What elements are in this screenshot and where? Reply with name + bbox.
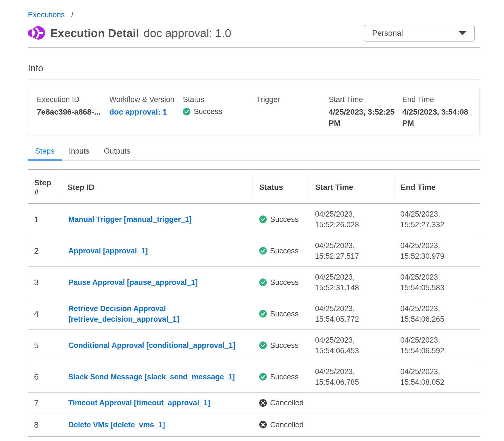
info-field-end-time: End Time 4/25/2023, 3:54:08 PM <box>402 95 471 135</box>
page: Executions / Execution Detaildoc approva… <box>28 0 480 437</box>
info-divider <box>28 79 480 79</box>
steps-table-header: Step # Step ID Status Start Time End Tim… <box>28 170 480 204</box>
cell-step-num: 7 <box>28 398 61 408</box>
cell-status: Success <box>253 309 309 319</box>
table-row: 5 Conditional Approval [conditional_appr… <box>28 330 480 361</box>
col-header-status: Status <box>253 170 309 203</box>
success-icon <box>259 247 267 255</box>
cell-start-time: 04/25/2023, 15:52:31.148 <box>309 272 394 293</box>
success-icon <box>259 341 267 349</box>
cell-status: Cancelled <box>253 398 309 408</box>
cell-step-id: Slack Send Message [slack_send_message_1… <box>61 372 253 382</box>
step-id-link[interactable]: Delete VMs [delete_vms_1] <box>68 421 165 429</box>
cell-status: Success <box>253 214 309 225</box>
tab-steps[interactable]: Steps <box>28 143 62 161</box>
step-id-link[interactable]: Slack Send Message [slack_send_message_1… <box>68 373 235 381</box>
step-id-link[interactable]: Conditional Approval [conditional_approv… <box>68 341 235 350</box>
status-label: Success <box>270 309 299 319</box>
table-row: 4 Retrieve Decision Approval [retrieve_d… <box>28 298 480 330</box>
cell-start-time: 04/25/2023, 15:54:05.772 <box>309 303 394 324</box>
cell-end-time: 04/25/2023, 15:54:05.583 <box>394 272 480 293</box>
status-label: Success <box>270 277 299 288</box>
cell-step-num: 1 <box>28 214 61 225</box>
col-header-start-time: Start Time <box>309 170 394 203</box>
success-icon <box>183 108 190 115</box>
info-field-status: Status Success <box>183 95 256 135</box>
info-card: Execution ID 7e8ac396-a868-... Workflow … <box>28 88 480 135</box>
cancelled-icon <box>259 399 267 407</box>
page-title: Execution Detail <box>50 27 139 40</box>
steps-table: Step # Step ID Status Start Time End Tim… <box>28 169 480 437</box>
chevron-down-icon <box>459 31 466 35</box>
page-subtitle: doc approval: 1.0 <box>144 27 231 40</box>
cell-end-time: 04/25/2023, 15:54:06.592 <box>394 335 480 356</box>
cancelled-icon <box>259 421 267 428</box>
cell-step-num: 6 <box>28 372 61 382</box>
cell-status: Cancelled <box>253 420 309 430</box>
cell-step-num: 2 <box>28 246 61 256</box>
info-field-execution-id: Execution ID 7e8ac396-a868-... <box>37 95 109 135</box>
info-label: Trigger <box>256 95 329 104</box>
cell-step-id: Timeout Approval [timeout_approval_1] <box>61 398 253 408</box>
success-icon <box>259 373 267 381</box>
info-heading: Info <box>28 63 480 74</box>
cell-step-id: Pause Approval [pause_approval_1] <box>61 277 253 288</box>
info-field-start-time: Start Time 4/25/2023, 3:52:25 PM <box>329 95 402 135</box>
cell-step-num: 8 <box>28 420 61 430</box>
cell-start-time: 04/25/2023, 15:52:26.028 <box>309 209 394 230</box>
workspace-select[interactable]: Personal <box>364 25 475 42</box>
page-title-line: Execution Detaildoc approval: 1.0 <box>50 27 231 40</box>
table-row: 3 Pause Approval [pause_approval_1] Succ… <box>28 267 480 298</box>
cell-end-time: 04/25/2023, 15:52:30.979 <box>394 240 480 261</box>
table-row: 1 Manual Trigger [manual_trigger_1] Succ… <box>28 204 480 235</box>
cell-step-num: 3 <box>28 277 61 288</box>
tab-outputs[interactable]: Outputs <box>97 143 138 161</box>
info-field-trigger: Trigger <box>256 95 329 135</box>
cell-step-id: Conditional Approval [conditional_approv… <box>61 340 253 351</box>
workflow-logo-icon <box>28 25 45 41</box>
status-label: Success <box>270 246 299 256</box>
table-row: 6 Slack Send Message [slack_send_message… <box>28 361 480 393</box>
table-row: 2 Approval [approval_1] Success 04/25/20… <box>28 235 480 267</box>
workflow-version-link[interactable]: doc approval: 1 <box>109 108 167 116</box>
cell-status: Success <box>253 277 309 288</box>
col-header-step-id: Step ID <box>61 170 253 203</box>
table-row: 8 Delete VMs [delete_vms_1] Cancelled <box>28 413 480 436</box>
cell-step-id: Delete VMs [delete_vms_1] <box>61 420 253 430</box>
cell-end-time: 04/25/2023, 15:54:06.265 <box>394 303 480 324</box>
info-label: Execution ID <box>37 95 109 104</box>
step-id-link[interactable]: Approval [approval_1] <box>68 247 148 255</box>
table-row: 7 Timeout Approval [timeout_approval_1] … <box>28 393 480 413</box>
col-header-step-num: Step # <box>28 170 61 203</box>
status-label: Cancelled <box>270 420 304 430</box>
status-label: Success <box>270 214 299 225</box>
success-icon <box>259 215 267 223</box>
breadcrumb-link-executions[interactable]: Executions <box>28 11 65 19</box>
step-id-link[interactable]: Manual Trigger [manual_trigger_1] <box>68 215 192 224</box>
cell-step-num: 4 <box>28 309 61 319</box>
cell-status: Success <box>253 246 309 256</box>
cell-status: Success <box>253 340 309 351</box>
info-label: Workflow & Version <box>109 95 183 104</box>
cell-end-time: 04/25/2023, 15:52:27.332 <box>394 209 480 230</box>
info-value-status: Success <box>194 107 222 116</box>
page-header: Execution Detaildoc approval: 1.0 Person… <box>28 25 480 41</box>
cell-start-time: 04/25/2023, 15:54:06.785 <box>309 366 394 387</box>
status-label: Success <box>270 372 299 382</box>
status-label: Success <box>270 340 299 351</box>
workspace-select-value: Personal <box>372 29 403 38</box>
cell-step-num: 5 <box>28 340 61 351</box>
info-value-start-time: 4/25/2023, 3:52:25 PM <box>329 106 402 129</box>
step-id-link[interactable]: Retrieve Decision Approval [retrieve_dec… <box>68 304 179 323</box>
tab-inputs[interactable]: Inputs <box>62 143 97 161</box>
cell-step-id: Approval [approval_1] <box>61 246 253 256</box>
success-icon <box>259 310 267 318</box>
info-label: Status <box>183 95 256 104</box>
step-id-link[interactable]: Timeout Approval [timeout_approval_1] <box>68 399 210 407</box>
info-label: End Time <box>402 95 471 104</box>
cell-start-time: 04/25/2023, 15:52:27.517 <box>309 240 394 261</box>
step-id-link[interactable]: Pause Approval [pause_approval_1] <box>68 278 198 287</box>
cell-step-id: Retrieve Decision Approval [retrieve_dec… <box>61 303 253 324</box>
tabs: Steps Inputs Outputs <box>28 143 480 161</box>
success-icon <box>259 278 267 286</box>
